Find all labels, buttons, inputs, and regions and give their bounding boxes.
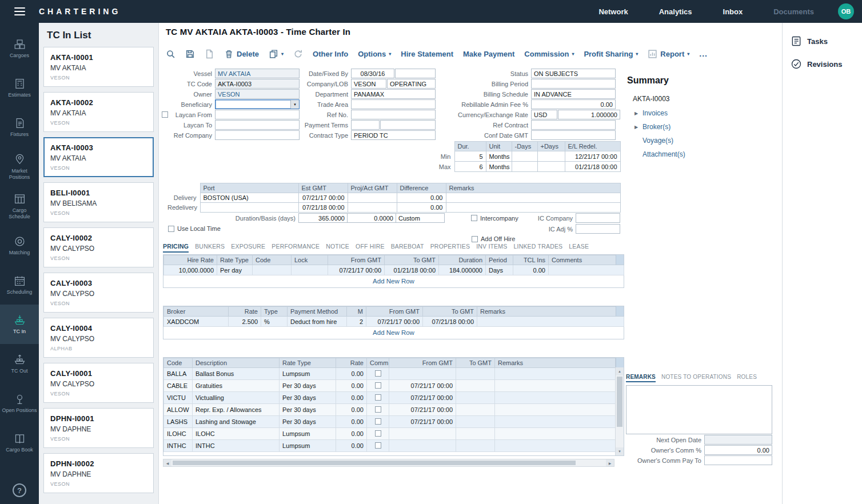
- report-button[interactable]: Report▾: [648, 49, 689, 59]
- currency-field[interactable]: USD: [531, 110, 557, 119]
- min-el-redel-cell[interactable]: 12/21/17 00:00: [565, 151, 620, 162]
- tc-list-item[interactable]: DPHN-I0001 MV DAPHNE VESON: [43, 408, 154, 448]
- scroll-up-icon[interactable]: ▲: [616, 367, 624, 375]
- tc-code-field[interactable]: AKTA-I0003: [215, 79, 300, 89]
- notes-tab[interactable]: ROLES: [737, 374, 757, 382]
- sidebar-item-estimates[interactable]: Estimates: [0, 68, 39, 107]
- sidebar-item-fixtures[interactable]: Fixtures: [0, 107, 39, 147]
- options-button[interactable]: Options▾: [358, 50, 391, 58]
- misc-expense-row[interactable]: ILOHC ILOHC Lumpsum 0.00: [164, 428, 616, 440]
- horizontal-scrollbar[interactable]: ◀ ▶: [163, 459, 614, 467]
- redelivery-port-cell[interactable]: [200, 203, 298, 213]
- max-el-redel-cell[interactable]: 01/21/18 00:00: [565, 162, 620, 172]
- duration-basis-field[interactable]: Custom: [396, 213, 445, 223]
- tab[interactable]: INV ITEMS: [476, 243, 507, 253]
- delivery-proj-gmt-cell[interactable]: [348, 193, 397, 203]
- tc-list-item[interactable]: CALY-I0004 MV CALYPSO ALPHAB: [43, 318, 154, 358]
- max-plus-days-cell[interactable]: [537, 162, 565, 172]
- scrollbar-thumb[interactable]: [173, 461, 576, 465]
- commission-button[interactable]: Commission▾: [524, 50, 574, 58]
- tab[interactable]: PRICING: [163, 243, 189, 253]
- comm-checkbox[interactable]: [375, 406, 381, 413]
- min-minus-days-cell[interactable]: [512, 151, 537, 162]
- remarks-textarea[interactable]: [626, 385, 772, 434]
- sidebar-item-cargo-schedule[interactable]: Cargo Schedule: [0, 186, 39, 226]
- tc-list-item[interactable]: CALY-I0002 MV CALYPSO VESON: [43, 227, 154, 267]
- owner-field[interactable]: VESON: [215, 89, 300, 99]
- sidebar-item-matching[interactable]: Matching: [0, 226, 39, 265]
- profit-sharing-button[interactable]: Profit Sharing▾: [584, 50, 638, 58]
- comm-checkbox[interactable]: [375, 370, 381, 377]
- payment-terms-desc-field[interactable]: [380, 120, 436, 130]
- duration-diff-field[interactable]: 0.0000: [347, 213, 396, 223]
- topnav-item[interactable]: Inbox: [723, 7, 743, 16]
- beneficiary-field[interactable]: ▼: [215, 99, 300, 109]
- exchange-rate-field[interactable]: 1.000000: [558, 110, 620, 119]
- redelivery-difference-cell[interactable]: 0.00: [397, 203, 446, 213]
- save-icon[interactable]: [185, 49, 195, 59]
- sidebar-item-scheduling[interactable]: Scheduling: [0, 265, 39, 305]
- misc-expense-row[interactable]: LASHS Lashing and Stowage Per 30 days 0.…: [164, 416, 616, 428]
- hire-statement-button[interactable]: Hire Statement: [401, 50, 453, 58]
- redelivery-remarks-cell[interactable]: [446, 203, 620, 213]
- contract-type-field[interactable]: PERIOD TC: [351, 130, 436, 140]
- max-unit-cell[interactable]: Months: [486, 162, 512, 172]
- delivery-port-cell[interactable]: BOSTON (USA): [200, 193, 298, 203]
- sidebar-item-tc-in[interactable]: TC In: [0, 305, 39, 344]
- search-icon[interactable]: [166, 49, 175, 59]
- billing-period-field[interactable]: [531, 79, 616, 89]
- ref-contract-field[interactable]: [531, 120, 616, 130]
- refresh-icon[interactable]: [293, 49, 303, 59]
- lob-field[interactable]: OPERATING: [387, 79, 436, 89]
- next-open-date-field[interactable]: [704, 435, 772, 445]
- rebillable-admin-fee-field[interactable]: 0.00: [531, 99, 616, 109]
- laycan-from-field[interactable]: [215, 110, 300, 119]
- other-info-button[interactable]: Other Info: [313, 50, 348, 58]
- vessel-field[interactable]: MV AKTAIA: [215, 69, 300, 78]
- revisions-button[interactable]: Revisions: [783, 53, 862, 75]
- delivery-est-gmt-cell[interactable]: 07/21/17 00:00: [298, 193, 348, 203]
- pricing-add-new-row-link[interactable]: Add New Row: [163, 275, 624, 287]
- ic-company-field[interactable]: [576, 213, 620, 223]
- duration-days-field[interactable]: 365.0000: [298, 213, 348, 223]
- scrollbar-track[interactable]: [171, 459, 606, 466]
- laycan-checkbox[interactable]: [162, 111, 168, 118]
- notes-tab[interactable]: NOTES TO OPERATIONS: [661, 374, 731, 382]
- document-icon[interactable]: [205, 49, 214, 59]
- conf-date-gmt-field[interactable]: [531, 130, 616, 140]
- broker-row[interactable]: XADDCOM 2.500 % Deduct from hire 2 07/21…: [164, 317, 624, 327]
- scrollbar-track[interactable]: [616, 375, 624, 447]
- expand-arrow-icon[interactable]: ▶: [634, 125, 642, 130]
- notes-tab[interactable]: REMARKS: [626, 374, 656, 382]
- tab[interactable]: NOTICE: [326, 243, 349, 253]
- sidebar-item-market-positions[interactable]: Market Positions: [0, 147, 39, 186]
- scrollbar-thumb[interactable]: [617, 377, 622, 427]
- laycan-to-field[interactable]: [215, 120, 300, 130]
- sidebar-item-cargo-book[interactable]: Cargo Book: [0, 423, 39, 462]
- comm-checkbox[interactable]: [375, 442, 381, 449]
- redelivery-proj-gmt-cell[interactable]: [348, 203, 397, 213]
- summary-link[interactable]: ▶ Attachment(s): [627, 147, 779, 161]
- topnav-item[interactable]: Analytics: [659, 7, 692, 16]
- broker-add-new-row-link[interactable]: Add New Row: [163, 327, 624, 339]
- payment-terms-field[interactable]: [351, 120, 380, 130]
- tc-list-item[interactable]: AKTA-I0002 MV AKTAIA VESON: [43, 92, 154, 132]
- date-fixed-field[interactable]: 08/30/16: [351, 69, 394, 78]
- misc-expense-row[interactable]: INTHC INTHC Lumpsum 0.00: [164, 440, 616, 452]
- help-button[interactable]: ?: [13, 483, 26, 497]
- trade-area-field[interactable]: [351, 99, 436, 109]
- tab[interactable]: PROPERTIES: [430, 243, 470, 253]
- use-local-time-checkbox[interactable]: [168, 226, 174, 232]
- billing-schedule-field[interactable]: IN ADVANCE: [531, 89, 616, 99]
- intercompany-checkbox[interactable]: [471, 215, 477, 221]
- max-minus-days-cell[interactable]: [512, 162, 537, 172]
- delete-button[interactable]: Delete: [224, 49, 259, 59]
- comm-checkbox[interactable]: [375, 394, 381, 401]
- tc-list-item[interactable]: CALY-I0001 MV CALYPSO VESON: [43, 363, 154, 403]
- more-button[interactable]: ...: [699, 49, 708, 58]
- summary-link[interactable]: ▶ Invoices: [627, 106, 779, 120]
- ref-no-field[interactable]: [351, 110, 436, 119]
- tab[interactable]: EXPOSURE: [231, 243, 265, 253]
- tc-list-item[interactable]: BELI-I0001 MV BELISAMA VESON: [43, 182, 154, 222]
- delivery-remarks-cell[interactable]: [446, 193, 620, 203]
